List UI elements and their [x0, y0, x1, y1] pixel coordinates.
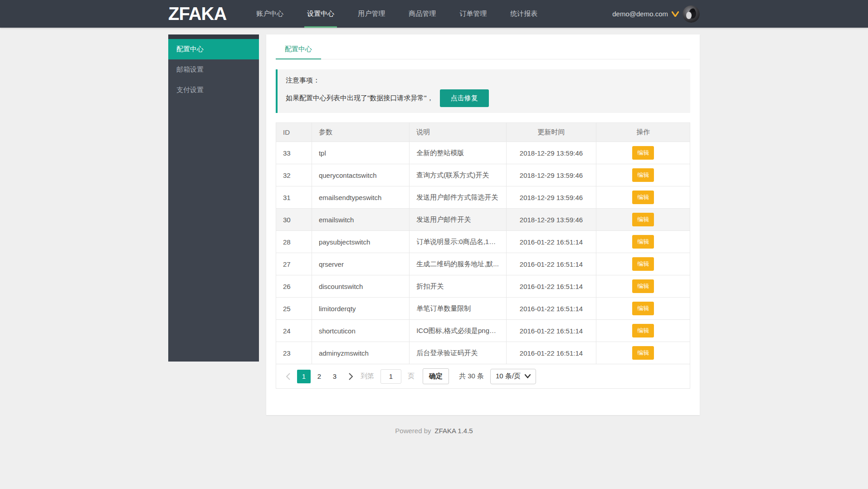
config-table-wrap: ID 参数 说明 更新时间 操作 33tpl全新的整站模版2018-12-29 …: [276, 122, 690, 389]
cell-desc: 折扣开关: [410, 275, 506, 298]
table-row: 32querycontactswitch查询方式(联系方式)开关2018-12-…: [276, 164, 690, 186]
goto-label: 到第: [361, 372, 374, 381]
main-nav: 账户中心设置中心用户管理商品管理订单管理统计报表: [244, 0, 549, 28]
page-buttons: 123: [296, 370, 342, 383]
cell-actions: 编辑: [596, 342, 690, 364]
cell-time: 2018-12-29 13:59:46: [506, 209, 596, 231]
page-button-2[interactable]: 2: [312, 370, 326, 383]
nav-item-订单管理[interactable]: 订单管理: [457, 0, 489, 28]
user-menu[interactable]: demo@demo.com: [612, 0, 700, 28]
cell-param: querycontactswitch: [312, 164, 409, 186]
edit-button[interactable]: 编辑: [632, 257, 654, 271]
alert-line: 如果配置中心列表中出现了"数据接口请求异常"， 点击修复: [286, 89, 682, 107]
page-unit-label: 页: [408, 372, 414, 381]
nav-item-设置中心[interactable]: 设置中心: [304, 0, 337, 28]
sidebar-menu: 配置中心邮箱设置支付设置: [168, 39, 259, 100]
edit-button[interactable]: 编辑: [632, 279, 654, 293]
cell-desc: 发送用户邮件方式筛选开关: [410, 186, 506, 209]
header-actions: 操作: [596, 123, 690, 142]
table-row: 33tpl全新的整站模版2018-12-29 13:59:46编辑: [276, 142, 690, 164]
chevron-right-icon[interactable]: [345, 370, 356, 383]
edit-button[interactable]: 编辑: [632, 213, 654, 226]
caret-down-icon: [525, 374, 531, 378]
cell-desc: 全新的整站模版: [410, 142, 506, 164]
cell-id: 30: [276, 209, 312, 231]
sidebar: 配置中心邮箱设置支付设置: [168, 34, 259, 362]
edit-button[interactable]: 编辑: [632, 346, 654, 360]
edit-button[interactable]: 编辑: [632, 168, 654, 182]
sidebar-item-邮箱设置[interactable]: 邮箱设置: [168, 59, 259, 80]
fix-button[interactable]: 点击修复: [440, 89, 489, 107]
cell-actions: 编辑: [596, 298, 690, 320]
chevron-left-icon[interactable]: [283, 370, 293, 383]
edit-button[interactable]: 编辑: [632, 302, 654, 315]
edit-button[interactable]: 编辑: [632, 324, 654, 337]
navbar-inner: ZFAKA 账户中心设置中心用户管理商品管理订单管理统计报表 demo@demo…: [168, 0, 700, 28]
goto-page-input[interactable]: [380, 369, 401, 384]
cell-param: shortcuticon: [312, 320, 409, 342]
cell-actions: 编辑: [596, 275, 690, 298]
pagination: 123 到第 页 确定 共 30 条 10 条/页: [276, 364, 690, 388]
total-count-label: 共 30 条: [459, 372, 484, 381]
user-email: demo@demo.com: [612, 10, 668, 18]
sidebar-item-支付设置[interactable]: 支付设置: [168, 80, 259, 100]
edit-button[interactable]: 编辑: [632, 235, 654, 249]
cell-actions: 编辑: [596, 164, 690, 186]
cell-id: 24: [276, 320, 312, 342]
powered-by-label: Powered by: [395, 427, 431, 435]
cell-time: 2016-01-22 16:51:14: [506, 298, 596, 320]
user-avatar[interactable]: [683, 5, 700, 23]
cell-desc: 单笔订单数量限制: [410, 298, 506, 320]
cell-actions: 编辑: [596, 209, 690, 231]
nav-item-商品管理[interactable]: 商品管理: [406, 0, 439, 28]
cell-param: paysubjectswitch: [312, 231, 409, 253]
cell-id: 28: [276, 231, 312, 253]
config-table: ID 参数 说明 更新时间 操作 33tpl全新的整站模版2018-12-29 …: [276, 123, 690, 364]
cell-id: 33: [276, 142, 312, 164]
cell-time: 2016-01-22 16:51:14: [506, 253, 596, 275]
cell-param: adminyzmswitch: [312, 342, 409, 364]
cell-id: 25: [276, 298, 312, 320]
brand-version: ZFAKA 1.4.5: [435, 427, 473, 435]
confirm-button[interactable]: 确定: [423, 368, 449, 384]
page-size-select[interactable]: 10 条/页: [490, 369, 536, 384]
brand-logo[interactable]: ZFAKA: [168, 4, 226, 24]
cell-actions: 编辑: [596, 186, 690, 209]
page-button-3[interactable]: 3: [328, 370, 341, 383]
cell-desc: 订单说明显示:0商品名,1订...: [410, 231, 506, 253]
sidebar-item-配置中心[interactable]: 配置中心: [168, 39, 259, 59]
cell-id: 32: [276, 164, 312, 186]
cell-param: limitorderqty: [312, 298, 409, 320]
cell-id: 31: [276, 186, 312, 209]
nav-item-账户中心[interactable]: 账户中心: [254, 0, 286, 28]
cell-time: 2016-01-22 16:51:14: [506, 231, 596, 253]
alert-title: 注意事项：: [286, 76, 682, 85]
cell-time: 2018-12-29 13:59:46: [506, 186, 596, 209]
cell-desc: 查询方式(联系方式)开关: [410, 164, 506, 186]
cell-actions: 编辑: [596, 253, 690, 275]
cell-desc: 发送用户邮件开关: [410, 209, 506, 231]
content-layout: 配置中心邮箱设置支付设置 配置中心 注意事项： 如果配置中心列表中出现了"数据接…: [168, 34, 700, 415]
nav-item-用户管理[interactable]: 用户管理: [355, 0, 388, 28]
nav-item-统计报表[interactable]: 统计报表: [507, 0, 540, 28]
header-id: ID: [276, 123, 312, 142]
cell-actions: 编辑: [596, 231, 690, 253]
edit-button[interactable]: 编辑: [632, 191, 654, 204]
header-time: 更新时间: [506, 123, 596, 142]
tab-config-center[interactable]: 配置中心: [276, 41, 321, 59]
cell-param: discountswitch: [312, 275, 409, 298]
header-param: 参数: [312, 123, 409, 142]
cell-desc: 生成二维码的服务地址,默...: [410, 253, 506, 275]
cell-time: 2018-12-29 13:59:46: [506, 164, 596, 186]
table-row: 25limitorderqty单笔订单数量限制2016-01-22 16:51:…: [276, 298, 690, 320]
page-button-1[interactable]: 1: [297, 370, 311, 383]
cell-param: emailswitch: [312, 209, 409, 231]
edit-button[interactable]: 编辑: [632, 146, 654, 160]
page-footer: Powered byZFAKA 1.4.5: [0, 427, 868, 435]
main-card: 配置中心 注意事项： 如果配置中心列表中出现了"数据接口请求异常"， 点击修复 …: [266, 34, 700, 415]
cell-id: 23: [276, 342, 312, 364]
table-row: 31emailsendtypeswitch发送用户邮件方式筛选开关2018-12…: [276, 186, 690, 209]
page-size-value: 10 条/页: [496, 372, 521, 381]
top-navbar: ZFAKA 账户中心设置中心用户管理商品管理订单管理统计报表 demo@demo…: [0, 0, 868, 28]
chevron-down-icon[interactable]: [672, 11, 679, 17]
